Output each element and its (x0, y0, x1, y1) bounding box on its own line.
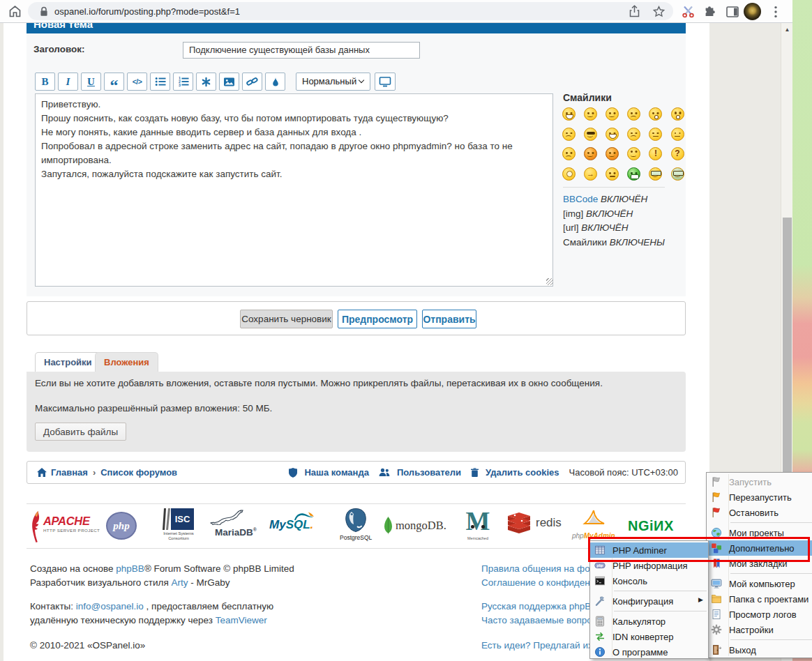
side-panel-icon[interactable] (726, 6, 739, 17)
tray-menu-item[interactable]: Выход (707, 642, 812, 658)
footer-link[interactable]: phpBB (116, 563, 144, 574)
footer-link[interactable]: Часто задаваемые вопросы (481, 614, 603, 628)
preview-button[interactable]: Предпросмотр (338, 310, 417, 328)
address-bar[interactable]: ospanel.io/forum/posting.php?mode=post&f… (28, 2, 673, 20)
lightshot-extension-icon[interactable] (682, 5, 695, 18)
timezone-text: Часовой пояс: UTC+03:00 (569, 467, 678, 478)
footer-link[interactable]: info@ospanel.io (76, 601, 144, 611)
toolbar-italic-button[interactable]: I (58, 73, 78, 91)
message-textarea[interactable]: Приветствую. Прошу пояснить, как создать… (35, 93, 553, 287)
toolbar-underline-button[interactable]: U (81, 73, 101, 91)
tab-settings[interactable]: Настройки (35, 352, 101, 372)
bookmark-star-icon[interactable] (653, 6, 665, 17)
smiley-embarrassed[interactable] (671, 128, 684, 141)
smiley-very-happy[interactable] (562, 107, 576, 121)
sub-menu-item[interactable]: О программе (590, 644, 708, 660)
tray-menu-item[interactable]: Настройки (707, 622, 812, 637)
breadcrumb-link-label[interactable]: Наша команда (304, 467, 368, 478)
smiley-exclaim[interactable] (649, 147, 662, 160)
submenu-arrow-icon: ▶ (698, 596, 703, 603)
browser-menu-icon[interactable] (774, 6, 777, 18)
logo-redis[interactable]: redis (506, 512, 562, 533)
smiley-mr-green[interactable] (627, 167, 640, 181)
footer-link[interactable]: TeamViewer (216, 615, 267, 625)
breadcrumb-link-users[interactable]: Пользователи (379, 467, 461, 478)
save-draft-button[interactable]: Сохранить черновик (240, 310, 333, 328)
toolbar-list-ordered-button[interactable]: 123 (173, 73, 193, 91)
flag-orange-icon (711, 492, 722, 503)
font-style-select[interactable]: Нормальный (296, 73, 370, 91)
toolbar-asterisk-button[interactable] (196, 73, 216, 91)
tray-menu-item[interactable]: Просмотр логов (707, 607, 812, 622)
tray-menu-item[interactable]: Остановить (707, 505, 812, 520)
subject-input[interactable]: Подключение существующей базы данных (183, 42, 420, 59)
actions-panel: Сохранить черновик Предпросмотр Отправит… (27, 301, 686, 335)
profile-avatar[interactable] (744, 3, 761, 20)
breadcrumb-link-label[interactable]: Пользователи (397, 467, 461, 478)
logo-php[interactable]: php (106, 512, 137, 540)
smiley-confused[interactable] (562, 128, 576, 141)
toolbar-list-bullet-button[interactable] (150, 73, 170, 91)
breadcrumb-link-trash[interactable]: Удалить cookies (471, 467, 559, 478)
smilies-divider (563, 187, 665, 188)
smiley-idea[interactable] (562, 167, 576, 181)
smiley-laughing[interactable] (606, 128, 619, 141)
tray-menu-item[interactable]: Мой компьютер (707, 576, 812, 591)
menu-item-label: О программе (612, 647, 668, 658)
logo-isc[interactable]: ISCInternet Systems Consortium (163, 508, 195, 540)
footer-link[interactable]: Arty (172, 577, 188, 588)
toolbar-image-button[interactable] (219, 73, 239, 91)
logo-memcached[interactable]: MMemcached (463, 508, 493, 540)
browser-home-button[interactable] (8, 4, 22, 19)
logo-mysql[interactable]: MySQL. (269, 511, 318, 532)
textarea-resize-handle[interactable] (546, 278, 553, 285)
menu-item-label: Настройки (729, 625, 774, 635)
breadcrumb-home-link[interactable]: Главная (51, 467, 88, 478)
footer-link[interactable]: Русская поддержка phpBB (481, 600, 597, 614)
smiley-razz[interactable] (649, 128, 662, 141)
extensions-icon[interactable] (703, 6, 716, 18)
toolbar-code-button[interactable]: </> (127, 73, 147, 91)
toolbar-fullscreen-button[interactable] (375, 73, 396, 91)
breadcrumb-forum-list-link[interactable]: Список форумов (100, 467, 177, 478)
logo-mongodb[interactable]: mongoDB. (384, 517, 446, 535)
sub-menu-item[interactable]: Калькулятор (590, 614, 708, 629)
calculator-icon (594, 616, 606, 627)
subject-label: Заголовок: (33, 44, 85, 54)
breadcrumb-link-label[interactable]: Удалить cookies (486, 467, 559, 478)
smiley-cool[interactable] (584, 128, 597, 141)
footer-text: Контакты: (30, 601, 76, 611)
smiley-arrow[interactable] (584, 167, 597, 181)
toolbar-link-button[interactable] (242, 73, 262, 91)
sub-menu-item[interactable]: Конфигурация▶ (590, 593, 708, 609)
smiley-question[interactable] (671, 147, 684, 160)
scroll-up-arrow[interactable]: ▲ (781, 26, 793, 33)
toolbar-quote-button[interactable]: “ (104, 73, 124, 91)
logo-phpmyadmin[interactable]: phpMyAdmin (572, 510, 615, 540)
smiley-neutral[interactable] (606, 167, 619, 181)
toolbar-flash-button[interactable] (265, 73, 285, 91)
toolbar-bold-button[interactable]: B (35, 73, 55, 91)
logo-nginx[interactable]: NGiИX (628, 518, 674, 534)
logo-apache[interactable]: APACHEHTTP SERVER PROJECT (30, 511, 100, 542)
folder-icon (711, 593, 722, 605)
sub-menu-item[interactable]: IDN конвертер (590, 629, 708, 644)
sub-menu-item[interactable]: Консоль (590, 573, 708, 588)
scrollbar-thumb[interactable] (783, 218, 792, 483)
add-files-button[interactable]: Добавить файлы (35, 423, 126, 441)
font-style-value: Нормальный (302, 76, 356, 86)
smiley-shocked[interactable] (671, 107, 684, 121)
smiley-smile[interactable] (584, 107, 597, 121)
submit-button[interactable]: Отправить (422, 310, 476, 328)
tray-menu-item[interactable]: Запустить (707, 474, 812, 489)
breadcrumb-link-shield[interactable]: Наша команда (289, 467, 368, 478)
tab-attachments[interactable]: Вложения (95, 352, 158, 372)
tray-menu-item[interactable]: Перезапустить (707, 489, 812, 505)
logo-postgresql[interactable]: PostgreSQL (340, 508, 372, 541)
tray-menu-item[interactable]: Папка с проектами (707, 591, 812, 607)
share-icon[interactable] (629, 5, 640, 17)
bbcode-status-name[interactable]: BBCode (563, 194, 598, 204)
logo-mariadb[interactable]: MariaDB® (209, 510, 257, 538)
smiley-ultra-geek[interactable] (671, 167, 684, 181)
smiley-mad[interactable] (627, 128, 640, 141)
